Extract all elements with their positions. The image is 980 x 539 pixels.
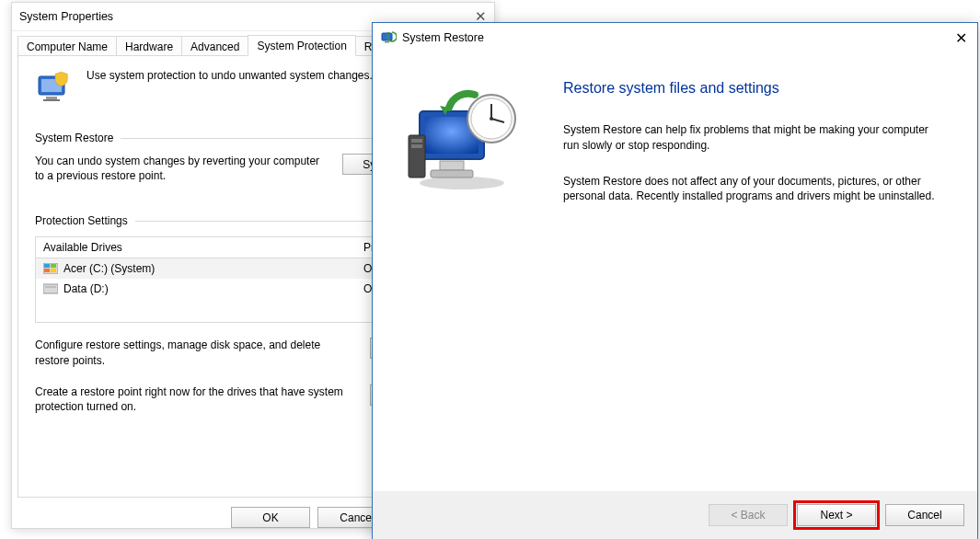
configure-desc: Configure restore settings, manage disk … — [35, 338, 353, 367]
svg-point-13 — [420, 177, 504, 189]
back-button: < Back — [709, 504, 788, 526]
wizard-footer: < Back Next > Cancel — [373, 491, 977, 539]
svg-rect-17 — [431, 170, 473, 178]
tab-advanced[interactable]: Advanced — [181, 36, 248, 56]
drive-os-icon — [43, 263, 58, 274]
wizard-content: Restore system files and settings System… — [552, 52, 977, 491]
shield-monitor-icon — [35, 69, 74, 108]
svg-rect-24 — [411, 139, 422, 143]
svg-rect-12 — [385, 41, 389, 43]
create-desc: Create a restore point right now for the… — [35, 384, 353, 414]
svg-rect-9 — [43, 284, 58, 293]
group-legend: Protection Settings — [35, 214, 128, 227]
column-header-drive: Available Drives — [36, 237, 356, 258]
svg-rect-10 — [45, 286, 56, 288]
svg-rect-3 — [43, 99, 60, 101]
svg-rect-2 — [46, 97, 57, 99]
group-legend: System Restore — [35, 132, 113, 144]
svg-rect-16 — [440, 161, 464, 170]
system-restore-icon — [380, 29, 397, 46]
tab-hardware[interactable]: Hardware — [116, 36, 182, 56]
window-title: System Properties — [19, 10, 113, 23]
wizard-titlebar: System Restore ✕ — [373, 23, 977, 52]
svg-rect-7 — [44, 269, 50, 272]
tab-computer-name[interactable]: Computer Name — [17, 36, 117, 56]
tab-system-protection[interactable]: System Protection — [248, 35, 355, 56]
svg-rect-25 — [411, 144, 422, 148]
svg-rect-5 — [44, 264, 50, 268]
svg-point-22 — [490, 117, 493, 120]
drive-icon — [43, 283, 58, 294]
system-restore-wizard: System Restore ✕ — [372, 22, 978, 539]
cancel-button[interactable]: Cancel — [885, 504, 964, 526]
svg-rect-8 — [51, 269, 56, 272]
svg-rect-6 — [51, 264, 56, 268]
wizard-title: System Restore — [402, 31, 484, 44]
wizard-paragraph: System Restore can help fix problems tha… — [563, 122, 940, 154]
next-button[interactable]: Next > — [797, 504, 876, 526]
restore-graphic-icon — [403, 84, 523, 197]
close-icon[interactable]: ✕ — [950, 28, 972, 48]
wizard-graphic-pane — [373, 52, 552, 491]
wizard-heading: Restore system files and settings — [563, 80, 948, 97]
wizard-paragraph: System Restore does not affect any of yo… — [563, 174, 940, 205]
drive-name: Data (D:) — [63, 282, 109, 295]
wizard-body: Restore system files and settings System… — [373, 52, 977, 491]
system-restore-desc: You can undo system changes by reverting… — [35, 154, 326, 183]
drive-name: Acer (C:) (System) — [63, 262, 155, 275]
ok-button[interactable]: OK — [231, 507, 310, 528]
